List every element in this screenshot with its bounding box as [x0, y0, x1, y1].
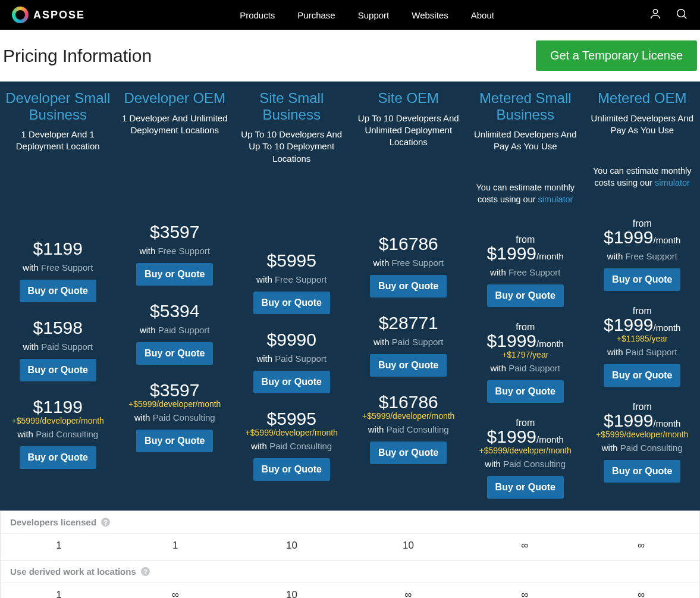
tier-2: $16786+$5999/developer/monthwith Paid Co… — [354, 392, 463, 464]
tier-1: $1598with Paid SupportBuy or Quote — [4, 318, 112, 381]
brand-logo[interactable]: ASPOSE — [12, 7, 85, 23]
buy-button[interactable]: Buy or Quote — [604, 268, 680, 291]
price-period: /month — [536, 434, 564, 444]
nav-products[interactable]: Products — [240, 10, 275, 20]
feature-row-0: 111010∞∞ — [1, 533, 699, 560]
user-icon[interactable] — [649, 7, 662, 23]
price: $1999 — [604, 315, 653, 335]
feature-row-1: 1∞10∞∞∞ — [1, 583, 699, 598]
help-icon[interactable]: ? — [101, 518, 110, 527]
support-type: Paid Consulting — [620, 443, 683, 453]
support-line: with Paid Support — [588, 347, 697, 357]
feature-cell: 1 — [1, 589, 117, 598]
feature-cell: 10 — [350, 540, 466, 552]
price-addon: +$5999/developer/month — [121, 399, 230, 409]
feature-cell: 10 — [234, 589, 350, 598]
buy-button[interactable]: Buy or Quote — [253, 371, 330, 393]
buy-button[interactable]: Buy or Quote — [136, 430, 213, 452]
feature-label-text: Developers licensed — [10, 517, 96, 527]
buy-button[interactable]: Buy or Quote — [604, 460, 680, 483]
buy-button[interactable]: Buy or Quote — [370, 442, 447, 464]
simulator-link[interactable]: simulator — [655, 178, 690, 187]
support-line: with Paid Support — [354, 337, 463, 347]
tier-1: from$1999/month+$11985/yearwith Paid Sup… — [588, 306, 697, 387]
price: $1199 — [33, 239, 83, 259]
simulator-link[interactable]: simulator — [538, 195, 573, 204]
plan-title[interactable]: Site OEM — [354, 90, 463, 107]
buy-button[interactable]: Buy or Quote — [20, 359, 96, 381]
price-addon: +$5999/developer/month — [237, 428, 346, 437]
support-type: Free Support — [391, 258, 444, 268]
support-line: with Paid Support — [471, 363, 580, 373]
support-line: with Paid Consulting — [237, 441, 346, 451]
support-type: Paid Support — [275, 353, 327, 364]
tier-2: from$1999/month+$5999/developer/monthwit… — [588, 402, 697, 483]
buy-button[interactable]: Buy or Quote — [136, 342, 213, 365]
price-period: /month — [536, 251, 564, 261]
price: $5995 — [267, 251, 316, 271]
nav-support[interactable]: Support — [358, 10, 390, 20]
tier-0: $16786with Free SupportBuy or Quote — [354, 234, 463, 298]
nav-websites[interactable]: Websites — [412, 10, 448, 20]
price: $5995 — [267, 409, 316, 429]
plan-title[interactable]: Site Small Business — [237, 90, 346, 123]
price-period: /month — [654, 235, 681, 245]
plan-title[interactable]: Developer OEM — [121, 90, 230, 107]
topbar: ASPOSE ProductsPurchaseSupportWebsitesAb… — [0, 0, 700, 30]
help-icon[interactable]: ? — [141, 567, 150, 576]
brand-name: ASPOSE — [33, 9, 85, 21]
support-type: Free Support — [41, 262, 93, 273]
svg-point-1 — [677, 10, 685, 17]
price-addon: +$5999/developer/month — [4, 416, 112, 425]
nav-about[interactable]: About — [471, 10, 494, 20]
plan-2: Site Small BusinessUp To 10 Developers A… — [234, 82, 350, 511]
page-title: Pricing Information — [3, 46, 152, 66]
plan-title[interactable]: Developer Small Business — [4, 90, 112, 123]
nav-purchase[interactable]: Purchase — [297, 10, 335, 20]
primary-nav: ProductsPurchaseSupportWebsitesAbout — [85, 10, 649, 20]
search-icon[interactable] — [675, 7, 688, 23]
feature-cell: ∞ — [117, 589, 234, 598]
buy-button[interactable]: Buy or Quote — [487, 284, 564, 307]
support-line: with Paid Support — [4, 342, 112, 352]
plan-desc: Unlimited Developers And Pay As You Use — [588, 112, 697, 137]
plan-title[interactable]: Metered OEM — [588, 90, 697, 107]
tier-0: $5995with Free SupportBuy or Quote — [237, 251, 346, 314]
buy-button[interactable]: Buy or Quote — [487, 476, 564, 499]
support-line: with Paid Consulting — [354, 424, 463, 434]
support-type: Paid Support — [41, 342, 93, 352]
buy-button[interactable]: Buy or Quote — [136, 263, 213, 286]
support-type: Paid Support — [392, 337, 444, 347]
buy-button[interactable]: Buy or Quote — [487, 380, 564, 403]
buy-button[interactable]: Buy or Quote — [253, 458, 330, 481]
support-type: Paid Support — [626, 347, 677, 357]
price: $16786 — [379, 392, 438, 412]
temporary-license-button[interactable]: Get a Temporary License — [536, 40, 697, 71]
tier-1: $5394with Paid SupportBuy or Quote — [121, 301, 230, 365]
buy-button[interactable]: Buy or Quote — [253, 292, 330, 314]
feature-cell: 1 — [117, 540, 234, 552]
support-line: with Paid Consulting — [588, 443, 697, 453]
price: $3597 — [150, 380, 199, 400]
buy-button[interactable]: Buy or Quote — [20, 446, 96, 469]
support-type: Paid Consulting — [387, 424, 449, 434]
buy-button[interactable]: Buy or Quote — [370, 275, 447, 298]
buy-button[interactable]: Buy or Quote — [20, 280, 96, 302]
support-type: Free Support — [508, 267, 561, 277]
price: $5394 — [150, 301, 199, 321]
feature-label-text: Use derived work at locations — [10, 566, 136, 577]
price-period: /month — [536, 339, 564, 349]
price: $1999 — [487, 331, 536, 351]
support-line: with Free Support — [471, 267, 580, 277]
buy-button[interactable]: Buy or Quote — [604, 364, 680, 387]
plan-title[interactable]: Metered Small Business — [471, 90, 580, 123]
buy-button[interactable]: Buy or Quote — [370, 354, 447, 377]
support-type: Paid Consulting — [36, 429, 98, 439]
tier-2: $1199+$5999/developer/monthwith Paid Con… — [4, 397, 112, 469]
feature-cell: ∞ — [583, 540, 699, 552]
tier-0: from$1999/monthwith Free SupportBuy or Q… — [471, 235, 580, 307]
support-line: with Paid Consulting — [4, 429, 112, 439]
plan-desc: 1 Developer And Unlimited Deployment Loc… — [121, 112, 230, 137]
support-line: with Free Support — [121, 246, 230, 256]
price: $28771 — [379, 313, 438, 333]
